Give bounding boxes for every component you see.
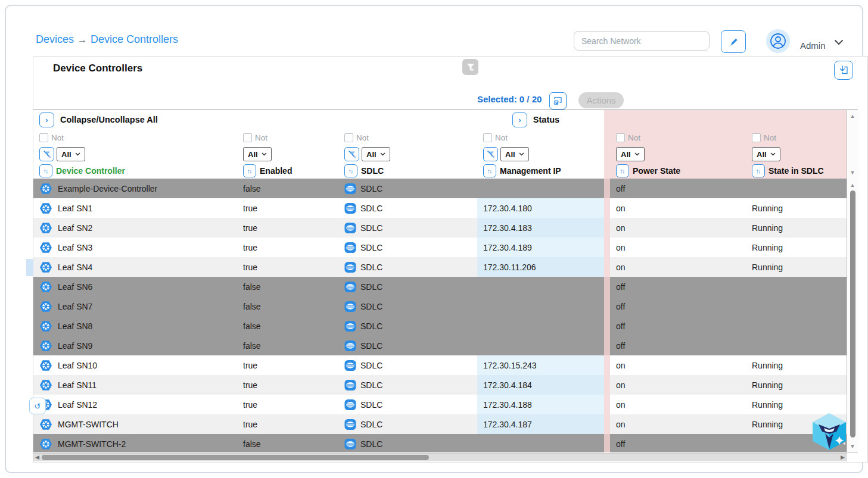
value-filter-cell: All xyxy=(610,146,746,163)
table-row[interactable]: Leaf SN12trueSDLC172.30.4.188onRunning xyxy=(33,395,847,414)
sdlc-cell: SDLC xyxy=(338,395,477,414)
not-checkbox[interactable] xyxy=(243,133,252,142)
breadcrumb-parent-link[interactable]: Devices xyxy=(36,33,74,45)
assistant-mascot-logo[interactable] xyxy=(811,413,848,451)
sdlc-icon xyxy=(344,301,356,313)
row-refresh-button[interactable]: ↺ xyxy=(29,398,46,414)
body-scroll-down-icon[interactable]: ▼ xyxy=(849,443,856,449)
power-state-cell: off xyxy=(610,336,746,355)
table-row[interactable]: Leaf SN8falseSDLCoff xyxy=(33,316,847,336)
sort-icon[interactable]: ↑↓ xyxy=(344,164,357,177)
enabled-cell: false xyxy=(237,434,338,452)
table-row[interactable]: Leaf SN2trueSDLC172.30.4.183onRunning xyxy=(33,218,847,238)
device-name-cell: MGMT-SWITCH xyxy=(33,414,237,434)
sdlc-label: SDLC xyxy=(360,321,382,331)
user-name-label: Admin xyxy=(800,40,826,51)
power-state-cell: on xyxy=(610,238,746,257)
user-avatar[interactable] xyxy=(766,29,790,53)
not-label: Not xyxy=(628,133,640,142)
power-state-cell: off xyxy=(610,316,746,336)
state-in-sdlc-cell xyxy=(746,316,847,336)
search-input[interactable] xyxy=(574,31,710,51)
device-name: Leaf SN1 xyxy=(58,204,92,213)
filter-select[interactable]: All xyxy=(57,147,85,161)
enabled-cell: true xyxy=(237,414,338,434)
status-collapse-chevron-button[interactable]: › xyxy=(512,113,527,127)
power-state-cell: off xyxy=(610,296,746,316)
section-gap xyxy=(604,434,610,452)
sdlc-label: SDLC xyxy=(360,263,382,272)
sdlc-cell: SDLC xyxy=(338,316,477,336)
refresh-icon: ↺ xyxy=(35,402,41,411)
not-checkbox[interactable] xyxy=(752,133,761,142)
enabled-cell: false xyxy=(237,179,338,198)
value-filter-cell: All xyxy=(33,146,237,163)
not-checkbox[interactable] xyxy=(39,133,48,142)
scroll-right-icon[interactable]: ▶ xyxy=(841,454,845,460)
device-controller-icon xyxy=(39,242,52,254)
table-row[interactable]: Leaf SN9falseSDLCoff xyxy=(33,336,847,355)
breadcrumb-current-link[interactable]: Device Controllers xyxy=(91,33,178,45)
table-row[interactable]: Leaf SN6falseSDLCoff xyxy=(33,277,847,296)
body-scroll-up-icon[interactable]: ▲ xyxy=(849,182,856,188)
sdlc-label: SDLC xyxy=(360,420,382,429)
sort-icon[interactable]: ↑↓ xyxy=(616,164,629,177)
filter-select[interactable]: All xyxy=(362,147,390,161)
filter-select[interactable]: All xyxy=(616,147,645,161)
management-ip-cell xyxy=(477,316,604,336)
not-filter-cell: Not xyxy=(610,129,746,146)
not-label: Not xyxy=(255,133,267,142)
enabled-cell: true xyxy=(237,257,338,277)
enabled-cell: false xyxy=(237,336,338,355)
select-all-button[interactable] xyxy=(549,92,567,110)
table-row[interactable]: Leaf SN7falseSDLCoff xyxy=(33,296,847,316)
sort-icon[interactable]: ↑↓ xyxy=(483,164,496,177)
sdlc-icon xyxy=(344,399,356,411)
sort-icon[interactable]: ↑↓ xyxy=(752,164,765,177)
filter-select[interactable]: All xyxy=(243,147,272,161)
enabled-cell: true xyxy=(237,238,338,257)
not-checkbox[interactable] xyxy=(483,133,492,142)
device-name: Example-Device-Controller xyxy=(58,184,157,193)
header-scroll-up-icon[interactable]: ▲ xyxy=(849,113,856,119)
table-row[interactable]: Example-Device-ControllerfalseSDLCoff xyxy=(33,179,847,198)
filter-clear-icon[interactable] xyxy=(344,147,359,161)
table-row[interactable]: MGMT-SWITCHtrueSDLC172.30.4.187onRunning xyxy=(33,414,847,434)
table-row[interactable]: MGMT-SWITCH-2falseSDLCoff xyxy=(33,434,847,452)
filter-clear-icon[interactable] xyxy=(483,147,498,161)
not-checkbox[interactable] xyxy=(344,133,353,142)
sdlc-icon xyxy=(344,202,356,214)
table-row[interactable]: Leaf SN3trueSDLC172.30.4.189onRunning xyxy=(33,238,847,257)
group-header-row: › Collapse/Uncollapse All › Status xyxy=(33,110,847,129)
body-scroll-thumb[interactable] xyxy=(850,190,855,438)
sort-icon[interactable]: ↑↓ xyxy=(243,164,256,177)
table-row[interactable]: Leaf SN10trueSDLC172.30.15.243onRunning xyxy=(33,355,847,375)
table-row[interactable]: Leaf SN11trueSDLC172.30.4.184onRunning xyxy=(33,375,847,395)
value-filter-cell: All xyxy=(338,146,477,163)
device-name-cell: Leaf SN6 xyxy=(33,277,237,296)
scroll-left-icon[interactable]: ◀ xyxy=(35,454,39,460)
export-button[interactable] xyxy=(834,61,853,80)
filter-clear-icon[interactable] xyxy=(39,147,54,161)
sdlc-icon xyxy=(344,242,356,254)
power-state-cell: off xyxy=(610,434,746,452)
sdlc-cell: SDLC xyxy=(338,198,477,218)
collapse-all-chevron-button[interactable]: › xyxy=(39,113,54,127)
table-row[interactable]: Leaf SN4trueSDLC172.30.11.206onRunning xyxy=(33,257,847,277)
not-checkbox[interactable] xyxy=(616,133,625,142)
management-ip-cell: 172.30.4.188 xyxy=(477,395,604,414)
not-filter-cell: Not xyxy=(746,129,847,146)
edit-button[interactable] xyxy=(721,30,746,53)
sdlc-cell: SDLC xyxy=(338,296,477,316)
sort-icon[interactable]: ↑↓ xyxy=(39,164,52,177)
filter-select[interactable]: All xyxy=(500,147,529,161)
actions-button: Actions xyxy=(578,92,624,108)
filter-select[interactable]: All xyxy=(752,147,780,161)
device-table: › Collapse/Uncollapse All › Status NotNo… xyxy=(33,110,858,452)
user-menu-chevron-down-icon[interactable] xyxy=(834,37,844,48)
table-row[interactable]: Leaf SN1trueSDLC172.30.4.180onRunning xyxy=(33,198,847,218)
horizontal-scroll-thumb[interactable] xyxy=(42,455,429,460)
sdlc-icon xyxy=(344,281,356,293)
sdlc-icon xyxy=(344,418,356,430)
header-scroll-down-icon[interactable]: ▼ xyxy=(849,170,856,176)
